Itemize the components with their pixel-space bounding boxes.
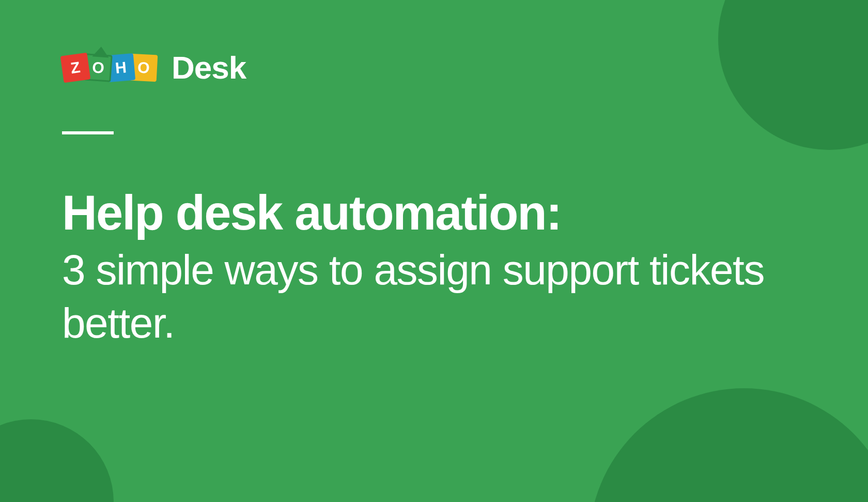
zoho-logo-icon: Z O H O (62, 54, 157, 81)
headline-title: Help desk automation: (62, 186, 785, 239)
decorative-circle-bottom-left (0, 419, 114, 502)
zoho-z-block: Z (60, 52, 91, 83)
divider-line (62, 131, 114, 134)
headline-subtitle: 3 simple ways to assign support tickets … (62, 244, 785, 349)
slide-container: Z O H O Desk Help desk automation: 3 sim… (0, 0, 868, 502)
logo-row: Z O H O Desk (62, 49, 806, 86)
product-name: Desk (172, 49, 246, 86)
headline-section: Help desk automation: 3 simple ways to a… (62, 186, 785, 349)
decorative-circle-bottom-right (589, 388, 868, 502)
